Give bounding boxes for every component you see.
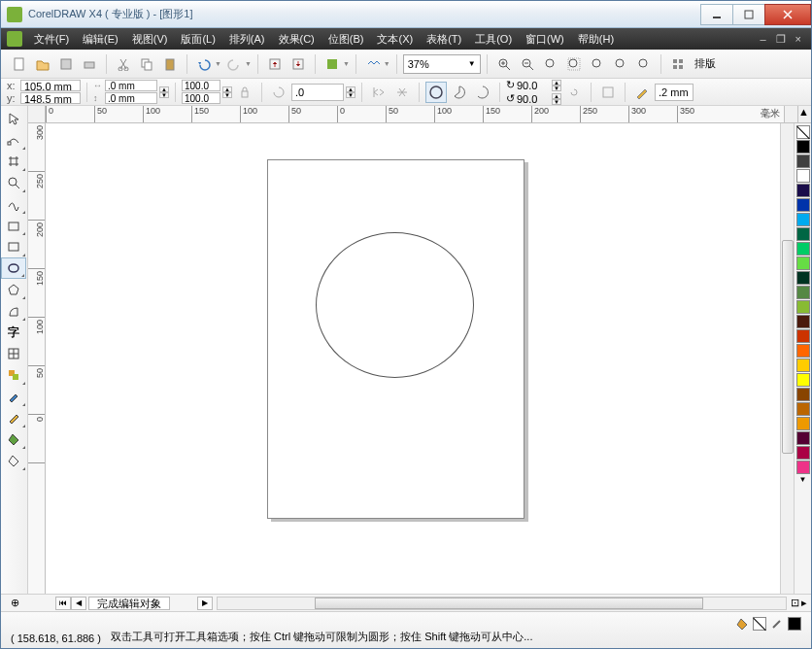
polygon-tool[interactable] <box>1 279 26 300</box>
app-launcher-button[interactable] <box>321 53 343 75</box>
color-swatch[interactable] <box>796 461 810 474</box>
crop-tool[interactable] <box>1 151 26 172</box>
color-swatch[interactable] <box>796 140 810 154</box>
color-options-button[interactable]: ▸ <box>801 597 807 609</box>
mirror-h-button[interactable] <box>368 82 389 103</box>
outline-width-input[interactable]: .2 mm <box>655 84 694 101</box>
ellipse-mode-button[interactable] <box>425 82 447 103</box>
rectangle-tool[interactable] <box>1 236 26 257</box>
color-nav-up[interactable]: ▲ <box>797 106 811 123</box>
color-swatch[interactable] <box>796 300 810 314</box>
interactive-fill-tool[interactable] <box>1 450 26 471</box>
cut-button[interactable] <box>113 53 134 75</box>
next-page-button[interactable]: ▶ <box>197 597 213 610</box>
zoom-tool[interactable] <box>1 172 26 193</box>
wrap-button[interactable] <box>597 82 619 103</box>
zoom-width-button[interactable] <box>610 53 631 75</box>
menu-arrange[interactable]: 排列(A) <box>223 30 271 49</box>
zoom-selection-button[interactable] <box>540 53 561 75</box>
x-pos-input[interactable]: 105.0 mm <box>20 80 81 91</box>
menu-help[interactable]: 帮助(H) <box>572 30 620 49</box>
mirror-v-button[interactable] <box>391 82 413 103</box>
menu-bitmap[interactable]: 位图(B) <box>322 30 370 49</box>
ellipse-tool[interactable] <box>1 257 26 279</box>
app-launcher-dropdown[interactable]: ▼ <box>343 60 350 67</box>
fill-tool[interactable] <box>1 428 26 450</box>
width-input[interactable] <box>105 80 157 91</box>
color-swatch[interactable] <box>796 359 810 372</box>
prev-page-button[interactable]: ◀ <box>71 597 86 610</box>
menu-window[interactable]: 窗口(W) <box>520 30 570 49</box>
menu-effects[interactable]: 效果(C) <box>273 30 321 49</box>
arc-mode-button[interactable] <box>472 82 493 103</box>
copy-button[interactable] <box>136 53 157 75</box>
open-button[interactable] <box>32 53 53 75</box>
height-input[interactable] <box>105 92 157 104</box>
start-angle-input[interactable]: 90.0 <box>517 80 550 91</box>
color-swatch[interactable] <box>796 315 810 328</box>
table-tool[interactable] <box>1 343 26 364</box>
zoom-all-button[interactable] <box>563 53 585 75</box>
welcome-dropdown[interactable]: ▼ <box>384 60 390 67</box>
eyedropper-tool[interactable] <box>1 386 26 407</box>
color-nav-down[interactable]: ▼ <box>799 475 807 484</box>
pick-tool[interactable] <box>1 108 26 129</box>
color-swatch[interactable] <box>796 198 810 212</box>
color-swatch[interactable] <box>796 184 810 197</box>
ellipse-object[interactable] <box>316 232 474 378</box>
shape-tool[interactable] <box>1 129 26 151</box>
paste-button[interactable] <box>159 53 181 75</box>
color-swatch[interactable] <box>796 169 810 183</box>
nav-view-button[interactable]: ⊡ <box>791 597 799 609</box>
minimize-button[interactable] <box>700 4 733 25</box>
color-swatch[interactable] <box>796 344 810 358</box>
rotation-input[interactable] <box>291 84 344 101</box>
doc-close-icon[interactable]: × <box>792 33 805 45</box>
color-swatch[interactable] <box>796 329 810 343</box>
color-swatch[interactable] <box>796 431 810 445</box>
color-swatch[interactable] <box>796 388 810 401</box>
direction-button[interactable] <box>563 82 585 103</box>
page-tab[interactable]: 完成编辑对象 <box>88 597 170 610</box>
color-swatch[interactable] <box>796 154 810 168</box>
undo-dropdown[interactable]: ▼ <box>215 60 221 67</box>
freehand-tool[interactable] <box>1 193 26 215</box>
menu-file[interactable]: 文件(F) <box>28 30 75 49</box>
outline-swatch[interactable] <box>788 617 801 631</box>
layout-label[interactable]: 排版 <box>694 56 716 71</box>
menu-layout[interactable]: 版面(L) <box>175 30 220 49</box>
color-swatch[interactable] <box>796 256 810 270</box>
ruler-vertical[interactable]: 300250200150100500 <box>28 123 46 594</box>
zoom-page-button[interactable] <box>587 53 608 75</box>
zoom-select[interactable]: 37%▼ <box>403 54 481 74</box>
maximize-button[interactable] <box>732 4 765 25</box>
ruler-origin[interactable] <box>28 106 46 123</box>
color-swatch[interactable] <box>796 227 810 241</box>
first-page-button[interactable]: ⏮ <box>55 597 71 610</box>
close-button[interactable] <box>764 4 811 25</box>
redo-dropdown[interactable]: ▼ <box>245 60 252 67</box>
color-swatch[interactable] <box>796 286 810 299</box>
menu-tools[interactable]: 工具(O) <box>469 30 518 49</box>
export-button[interactable] <box>288 53 309 75</box>
new-button[interactable] <box>9 53 30 75</box>
lock-ratio-button[interactable] <box>234 82 255 103</box>
color-swatch[interactable] <box>796 446 810 460</box>
canvas[interactable] <box>46 123 780 594</box>
save-button[interactable] <box>55 53 77 75</box>
color-swatch[interactable] <box>796 271 810 285</box>
color-swatch[interactable] <box>796 417 810 430</box>
vertical-scrollbar[interactable] <box>780 123 794 594</box>
ruler-horizontal[interactable]: 05010015010050050100150200250300350 毫米 <box>46 106 784 123</box>
color-swatch[interactable] <box>796 373 810 387</box>
menu-text[interactable]: 文本(X) <box>371 30 419 49</box>
smart-fill-tool[interactable] <box>1 215 26 236</box>
menu-table[interactable]: 表格(T) <box>421 30 467 49</box>
fill-swatch[interactable] <box>753 617 766 631</box>
color-swatch[interactable] <box>796 402 810 416</box>
basic-shapes-tool[interactable] <box>1 300 26 322</box>
doc-restore-icon[interactable]: ❐ <box>772 33 790 46</box>
zoom-out-button[interactable] <box>517 53 538 75</box>
zoom-height-button[interactable] <box>633 53 655 75</box>
doc-nav-icon[interactable]: ⊕ <box>1 597 28 609</box>
